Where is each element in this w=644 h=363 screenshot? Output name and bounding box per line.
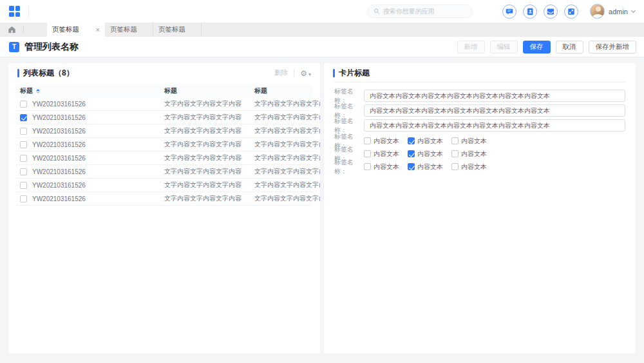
tab-active[interactable]: 页签标题: [47, 23, 105, 37]
column-header-sortable[interactable]: 标题: [16, 86, 164, 95]
text-fields: 标签名称： 标签名称： 标签名称：: [324, 83, 636, 132]
add-button[interactable]: 新增: [457, 41, 485, 54]
user-avatar[interactable]: [590, 4, 605, 19]
topbar-actions: admin: [502, 0, 635, 23]
option-label: 内容文本: [374, 162, 399, 172]
checkbox-option[interactable]: 内容文本: [364, 162, 399, 172]
sort-icon[interactable]: [36, 89, 40, 93]
tab-3[interactable]: 页签标题: [153, 23, 202, 37]
option-label: 内容文本: [417, 137, 443, 146]
option-checkbox[interactable]: [364, 150, 371, 157]
option-label: 内容文本: [461, 137, 487, 146]
option-group: 内容文本 内容文本 内容文本: [364, 137, 487, 146]
row-cell-3: 文字内容文字内容文字内容: [254, 113, 321, 122]
checkbox-field-row: 标签名称： 内容文本 内容文本 内容文本: [334, 149, 625, 159]
row-cell-2: 文字内容文字内容文字内容: [164, 99, 254, 108]
option-checkbox[interactable]: [451, 150, 459, 157]
accent-bar: [17, 69, 19, 77]
option-checkbox[interactable]: [451, 137, 459, 144]
list-panel-header: 列表标题（8） 删除: [8, 63, 320, 83]
checkbox-option[interactable]: 内容文本: [408, 162, 443, 172]
gear-icon: [300, 67, 307, 79]
app-search-box: [367, 5, 473, 18]
checkbox-field-row: 标签名称： 内容文本 内容文本 内容文本: [334, 136, 625, 146]
checkbox-option[interactable]: 内容文本: [451, 150, 487, 159]
option-group: 内容文本 内容文本 内容文本: [364, 150, 487, 159]
table-row: YW202103161526 文字内容文字内容文字内容 文字内容文字内容文字内容: [16, 138, 312, 152]
row-cell-3: 文字内容文字内容文字内容: [254, 126, 321, 135]
chat-icon[interactable]: [502, 5, 516, 19]
delete-link[interactable]: 删除: [274, 68, 288, 77]
row-checkbox[interactable]: [20, 128, 27, 135]
edit-button[interactable]: 编辑: [490, 41, 518, 54]
option-label: 内容文本: [461, 162, 487, 172]
search-icon: [374, 8, 380, 15]
table-body: YW202103161526 文字内容文字内容文字内容 文字内容文字内容文字内容…: [16, 97, 312, 206]
search-input[interactable]: [383, 8, 466, 15]
row-checkbox[interactable]: [20, 155, 27, 162]
row-checkbox[interactable]: [20, 195, 27, 202]
text-field-row: 标签名称：: [334, 104, 625, 117]
row-cell-3: 文字内容文字内容文字内容: [254, 194, 321, 203]
settings-button[interactable]: [300, 67, 311, 79]
mail-icon[interactable]: [544, 5, 558, 19]
list-table: 标题 标题 标题 YW202103161526 文字内容文字内容文字内容 文字内…: [16, 84, 312, 206]
row-id: YW202103161526: [32, 101, 86, 108]
option-checkbox[interactable]: [451, 163, 459, 170]
save-button[interactable]: 保存: [523, 41, 551, 54]
row-checkbox[interactable]: [20, 141, 27, 148]
option-label: 内容文本: [374, 137, 399, 146]
tag-name-input[interactable]: [364, 119, 625, 132]
row-id: YW202103161526: [32, 182, 86, 189]
expand-icon[interactable]: [564, 5, 578, 19]
option-checkbox[interactable]: [364, 137, 371, 144]
card-panel-header: 卡片标题: [324, 63, 636, 83]
table-row: YW202103161526 文字内容文字内容文字内容 文字内容文字内容文字内容: [16, 111, 312, 124]
checkbox-option[interactable]: 内容文本: [408, 150, 443, 159]
username: admin: [609, 8, 628, 15]
row-cell-3: 文字内容文字内容文字内容: [254, 167, 321, 176]
row-cell-2: 文字内容文字内容文字内容: [164, 153, 254, 162]
cancel-button[interactable]: 取消: [556, 41, 583, 54]
table-header-row: 标题 标题 标题: [16, 84, 312, 97]
option-checkbox[interactable]: [408, 163, 415, 170]
row-cell-2: 文字内容文字内容文字内容: [164, 113, 254, 122]
checkbox-option[interactable]: 内容文本: [451, 162, 487, 172]
checkbox-option[interactable]: 内容文本: [451, 137, 487, 146]
checkbox-option[interactable]: 内容文本: [364, 137, 399, 146]
row-checkbox[interactable]: [20, 101, 27, 108]
row-checkbox[interactable]: [20, 114, 27, 121]
row-cell-2: 文字内容文字内容文字内容: [164, 126, 254, 135]
table-row: YW202103161526 文字内容文字内容文字内容 文字内容文字内容文字内容: [16, 152, 312, 165]
contacts-icon[interactable]: [523, 5, 537, 19]
row-id: YW202103161526: [32, 114, 86, 121]
tab-2[interactable]: 页签标题: [105, 23, 153, 37]
table-row: YW202103161526 文字内容文字内容文字内容 文字内容文字内容文字内容: [16, 97, 312, 111]
save-and-new-button[interactable]: 保存并新增: [589, 41, 637, 54]
app-grid-logo-icon[interactable]: [9, 6, 20, 17]
column-header: 标题: [254, 86, 312, 95]
close-icon[interactable]: [96, 26, 100, 34]
row-checkbox[interactable]: [20, 168, 27, 175]
home-button[interactable]: [4, 23, 19, 37]
list-panel: 列表标题（8） 删除 标题 标题 标题 YW202103161526 文字内容文…: [8, 63, 321, 354]
option-checkbox[interactable]: [408, 150, 415, 157]
tab-label: 页签标题: [110, 25, 137, 34]
user-menu[interactable]: admin: [590, 4, 635, 19]
row-id: YW202103161526: [32, 195, 86, 202]
table-row: YW202103161526 文字内容文字内容文字内容 文字内容文字内容文字内容: [16, 165, 312, 179]
menu-button[interactable]: [28, 23, 35, 37]
accent-bar: [333, 69, 335, 77]
row-cell-2: 文字内容文字内容文字内容: [164, 140, 254, 149]
tag-name-input[interactable]: [364, 104, 625, 117]
row-id: YW202103161526: [32, 141, 86, 148]
tabbar: 页签标题 页签标题 页签标题: [0, 23, 644, 37]
option-checkbox[interactable]: [408, 137, 415, 144]
checkbox-option[interactable]: 内容文本: [364, 150, 399, 159]
topbar: admin: [0, 0, 644, 23]
option-checkbox[interactable]: [364, 163, 371, 170]
tag-name-input[interactable]: [364, 90, 625, 102]
checkbox-option[interactable]: 内容文本: [408, 137, 443, 146]
checkbox-rows: 标签名称： 内容文本 内容文本 内容文本 标签名称： 内容文本 内容文本 内容文…: [324, 132, 636, 172]
row-checkbox[interactable]: [20, 182, 27, 189]
